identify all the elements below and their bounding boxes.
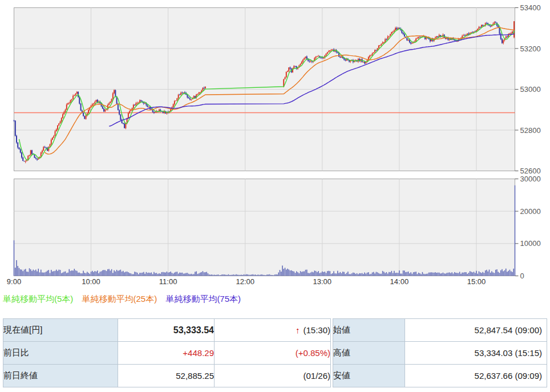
svg-text:15:00: 15:00 xyxy=(467,277,486,286)
up-arrow-icon: ↑ xyxy=(296,325,300,335)
prev-close-date: (01/26) xyxy=(215,365,331,387)
current-price-value: 53,333.54 xyxy=(118,319,215,342)
legend-ma5-label: 単純移動平均(5本) xyxy=(3,294,73,304)
svg-text:11:00: 11:00 xyxy=(159,277,177,286)
svg-text:12:00: 12:00 xyxy=(236,277,254,286)
legend-ma25-label: 単純移動平均(25本) xyxy=(82,294,157,304)
axis-labels: 5340053200530005280052600300002000010000… xyxy=(515,3,541,280)
change-value: +448.29 xyxy=(118,342,215,365)
stock-chart: 5340053200530005280052600300002000010000… xyxy=(0,0,550,291)
open-label: 始値 xyxy=(333,319,405,342)
table-row-change: 前日比 +448.29 (+0.85%) xyxy=(3,342,331,365)
svg-text:30000: 30000 xyxy=(520,175,541,183)
svg-text:53000: 53000 xyxy=(520,85,541,94)
prev-close-value: 52,885.25 xyxy=(118,365,215,387)
svg-text:9:00: 9:00 xyxy=(7,277,21,286)
change-label: 前日比 xyxy=(3,342,118,365)
svg-text:14:00: 14:00 xyxy=(390,277,409,286)
quote-table-left: 現在値[円] 53,333.54 ↑(15:30) 前日比 +448.29 (+… xyxy=(3,318,331,387)
svg-text:52600: 52600 xyxy=(520,167,541,175)
table-row-low: 安値 52,637.66 (09:09) xyxy=(333,365,547,387)
table-row-high: 高値 53,334.03 (15:15) xyxy=(333,342,547,365)
prev-close-label: 前日終値 xyxy=(3,365,118,387)
change-percent: (+0.85%) xyxy=(215,342,331,365)
ma-legend: 単純移動平均(5本) 単純移動平均(25本) 単純移動平均(75本) xyxy=(3,294,247,305)
current-price-label: 現在値[円] xyxy=(3,319,118,342)
legend-ma75-label: 単純移動平均(75本) xyxy=(165,294,241,304)
svg-text:53200: 53200 xyxy=(520,45,541,53)
high-label: 高値 xyxy=(333,342,405,365)
svg-text:10000: 10000 xyxy=(520,239,541,248)
table-row-current-price: 現在値[円] 53,333.54 ↑(15:30) xyxy=(3,319,331,342)
low-value: 52,637.66 (09:09) xyxy=(405,365,547,387)
volume-panel xyxy=(14,179,515,276)
svg-text:52800: 52800 xyxy=(520,126,541,135)
svg-text:53400: 53400 xyxy=(520,3,541,12)
svg-text:13:00: 13:00 xyxy=(313,277,332,286)
stock-chart-page: 5340053200530005280052600300002000010000… xyxy=(0,0,550,392)
open-value: 52,847.54 (09:00) xyxy=(405,319,547,342)
current-price-time: ↑(15:30) xyxy=(215,319,331,342)
quote-table-right: 始値 52,847.54 (09:00) 高値 53,334.03 (15:15… xyxy=(333,318,547,387)
svg-text:20000: 20000 xyxy=(520,207,541,216)
table-row-prev-close: 前日終値 52,885.25 (01/26) xyxy=(3,365,331,387)
svg-text:0: 0 xyxy=(520,272,524,280)
low-label: 安値 xyxy=(333,365,405,387)
current-price-time-text: (15:30) xyxy=(303,325,330,335)
time-axis-labels: 9:0010:0011:0012:0013:0014:0015:00 xyxy=(7,277,486,286)
svg-text:10:00: 10:00 xyxy=(82,277,100,286)
table-row-open: 始値 52,847.54 (09:00) xyxy=(333,319,547,342)
high-value: 53,334.03 (15:15) xyxy=(405,342,547,365)
